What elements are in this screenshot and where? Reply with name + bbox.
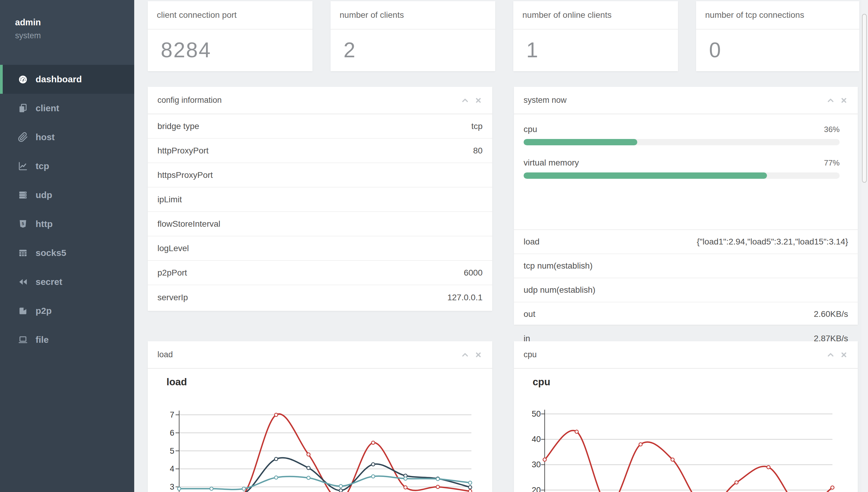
stat-card-title: number of tcp connections <box>696 1 859 29</box>
stat-card-tcp-connections: number of tcp connections 0 <box>696 1 859 71</box>
sidebar-item-secret[interactable]: secret <box>0 267 134 296</box>
progress-bar <box>524 172 840 179</box>
close-icon[interactable] <box>474 351 483 359</box>
sidebar-item-label: p2p <box>35 306 52 316</box>
svg-text:7: 7 <box>170 410 174 419</box>
config-row: httpProxyPort80 <box>148 139 492 163</box>
html5-icon: 5 <box>18 219 28 229</box>
cpu-chart-panel: cpu cpu 20304050 <box>514 341 858 492</box>
sidebar-item-label: secret <box>35 277 62 287</box>
gauge-percent: 77% <box>824 158 840 168</box>
stat-card-title: number of online clients <box>513 1 678 29</box>
stat-card-title: number of clients <box>331 1 495 29</box>
cpu-line-chart: 20304050 <box>514 392 858 492</box>
sidebar-item-http[interactable]: 5 http <box>0 210 134 239</box>
virtual-memory-gauge: virtual memory 77% <box>524 158 840 179</box>
copy-icon <box>18 103 28 114</box>
gauge-percent: 36% <box>824 125 840 134</box>
stat-card-online-clients: number of online clients 1 <box>513 1 678 71</box>
sidebar-item-udp[interactable]: udp <box>0 180 134 210</box>
sidebar-user-block: admin system <box>0 0 134 65</box>
sidebar-item-label: client <box>35 103 59 113</box>
laptop-icon <box>18 334 28 345</box>
sidebar-item-p2p[interactable]: p2p <box>0 296 134 325</box>
collapse-icon[interactable] <box>826 96 835 105</box>
sidebar-item-label: http <box>35 219 53 229</box>
svg-text:5: 5 <box>170 446 174 456</box>
scrollbar-thumb[interactable] <box>862 14 867 183</box>
panel-title: load <box>158 350 461 359</box>
sidebar-item-label: file <box>35 335 49 345</box>
sidebar-item-label: dashboard <box>35 74 82 84</box>
backward-icon <box>18 276 28 287</box>
sidebar: admin system dashboard client <box>0 0 134 492</box>
gauge-icon <box>18 74 28 85</box>
sidebar-item-client[interactable]: client <box>0 94 134 123</box>
config-rows: bridge typetcp httpProxyPort80 httpsProx… <box>148 114 492 310</box>
sidebar-item-socks5[interactable]: socks5 <box>0 239 134 267</box>
server-icon <box>18 190 28 200</box>
config-row: serverIp127.0.0.1 <box>148 285 492 310</box>
sidebar-item-tcp[interactable]: tcp <box>0 152 134 180</box>
config-information-panel: config information bridge typetcp httpPr… <box>148 87 492 311</box>
panel-title: cpu <box>524 350 826 359</box>
chart-title: cpu <box>533 376 550 388</box>
config-row: p2pPort6000 <box>148 261 492 285</box>
close-icon[interactable] <box>840 96 848 105</box>
svg-text:3: 3 <box>170 482 174 491</box>
system-row: tcp num(establish) <box>514 254 858 278</box>
chart-title: load <box>167 376 187 388</box>
sidebar-item-label: tcp <box>35 161 49 171</box>
svg-text:4: 4 <box>170 464 174 473</box>
sidebar-item-host[interactable]: host <box>0 123 134 152</box>
svg-text:30: 30 <box>532 460 541 469</box>
sidebar-item-file[interactable]: file <box>0 325 134 354</box>
config-row: bridge typetcp <box>148 114 492 139</box>
stat-card-title: client connection port <box>148 1 312 29</box>
chart-line-icon <box>18 161 28 172</box>
collapse-icon[interactable] <box>461 96 469 105</box>
sidebar-item-label: udp <box>35 190 52 200</box>
collapse-icon[interactable] <box>461 351 469 359</box>
close-icon[interactable] <box>840 351 848 359</box>
config-row: logLevel <box>148 236 492 261</box>
svg-text:6: 6 <box>170 428 174 438</box>
svg-text:50: 50 <box>532 410 541 418</box>
system-now-panel: system now cpu 36% virtual memory <box>514 87 858 325</box>
nps-admin-dashboard: admin system dashboard client <box>0 0 868 492</box>
system-row: load{"load1":2.94,"load5":3.21,"load15":… <box>514 230 858 254</box>
sidebar-item-dashboard[interactable]: dashboard <box>0 65 134 94</box>
system-row: udp num(establish) <box>514 278 858 302</box>
system-gauges: cpu 36% virtual memory 77% <box>514 114 858 229</box>
system-row: out2.60KB/s <box>514 302 858 326</box>
stat-card-value: 1 <box>526 38 539 62</box>
svg-text:20: 20 <box>532 486 541 492</box>
user-name: admin <box>15 18 134 27</box>
panel-title: system now <box>524 96 826 105</box>
system-rows: load{"load1":2.94,"load5":3.21,"load15":… <box>514 229 858 351</box>
stat-card-clients: number of clients 2 <box>331 1 495 71</box>
close-icon[interactable] <box>474 96 483 105</box>
stat-card-value: 0 <box>709 38 722 62</box>
sidebar-item-label: socks5 <box>35 248 66 258</box>
active-indicator <box>0 65 3 94</box>
box-notch-icon <box>18 305 28 316</box>
gauge-label: cpu <box>524 124 537 134</box>
sidebar-nav: dashboard client host <box>0 65 134 354</box>
table-icon <box>18 247 28 259</box>
progress-bar <box>524 139 840 145</box>
cpu-gauge: cpu 36% <box>524 124 840 145</box>
stat-card-value: 2 <box>343 38 356 62</box>
collapse-icon[interactable] <box>826 351 835 359</box>
panel-title: config information <box>158 96 461 105</box>
config-row: ipLimit <box>148 188 492 212</box>
stat-card-client-port: client connection port 8284 <box>148 1 312 71</box>
user-role: system <box>15 31 134 41</box>
svg-text:40: 40 <box>532 435 541 444</box>
load-line-chart: 34567 <box>148 392 492 492</box>
config-row: flowStoreInterval <box>148 212 492 236</box>
svg-text:5: 5 <box>22 221 24 226</box>
paperclip-icon <box>18 132 28 143</box>
gauge-label: virtual memory <box>524 158 579 168</box>
config-row: httpsProxyPort <box>148 163 492 188</box>
